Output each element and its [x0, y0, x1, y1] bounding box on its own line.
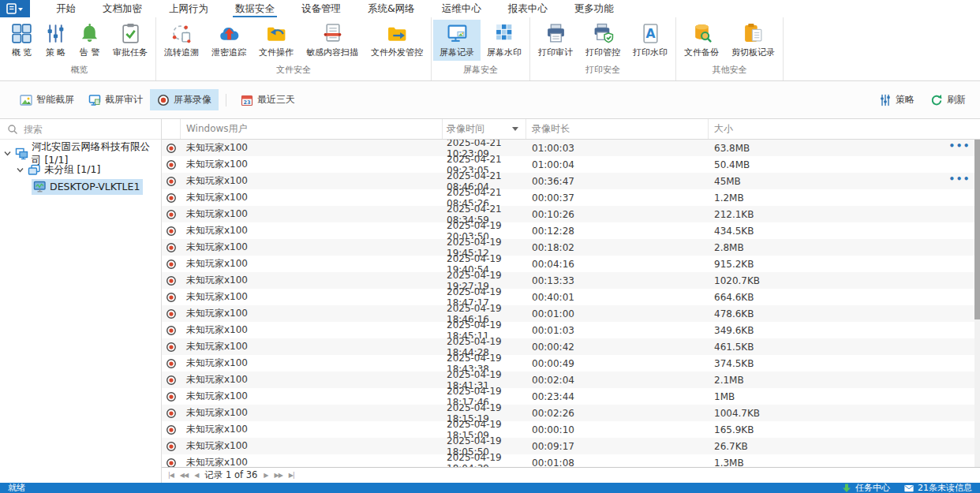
- table-row[interactable]: 未知玩家x100 2025-04-19 20:03:50 00:12:28 43…: [162, 222, 980, 239]
- menu-tab-doc-encrypt[interactable]: 文档加密: [89, 0, 155, 17]
- flow-trace-button[interactable]: 流转追溯: [158, 20, 205, 61]
- fast-next-page-button[interactable]: ▶▶: [275, 472, 282, 479]
- last-three-days-button[interactable]: 23 最近三天: [234, 89, 302, 110]
- table-row[interactable]: 未知玩家x100 2025-04-19 18:15:19 00:02:26 10…: [162, 405, 980, 421]
- cell-windows-user: 未知玩家x100: [181, 191, 443, 204]
- row-actions-menu-icon[interactable]: •••: [948, 174, 971, 185]
- print-audit-label: 打印审计: [538, 47, 573, 58]
- table-row[interactable]: 未知玩家x100 2025-04-19 18:17:46 00:23:44 1M…: [162, 388, 980, 405]
- search-input[interactable]: [24, 124, 154, 135]
- table-row[interactable]: 未知玩家x100 2025-04-19 18:15:09 00:00:10 16…: [162, 421, 980, 438]
- table-row[interactable]: 未知玩家x100 2025-04-19 18:44:28 00:00:42 46…: [162, 338, 980, 355]
- file-backup-button[interactable]: 文件备份: [678, 20, 725, 61]
- search-box[interactable]: [0, 119, 161, 140]
- capture-audit-button[interactable]: 截屏审计: [81, 89, 150, 110]
- record-dot-icon: [166, 391, 177, 402]
- sensitive-scan-button[interactable]: 敏感内容扫描: [300, 20, 365, 61]
- screen-video-label: 屏幕录像: [174, 93, 211, 106]
- print-watermark-button[interactable]: A 打印水印: [627, 20, 674, 61]
- tree-node-desktop[interactable]: DESKTOP-VLKTLE1: [0, 178, 161, 195]
- unread-messages-button[interactable]: 21条未读信息: [904, 483, 972, 493]
- fast-prev-page-button[interactable]: ◀◀: [180, 472, 188, 479]
- menu-tab-system-network[interactable]: 系统&网络: [354, 0, 428, 17]
- cell-record-duration: 00:23:44: [526, 391, 709, 402]
- menu-tab-data-security[interactable]: 数据安全: [222, 0, 288, 17]
- table-row[interactable]: 未知玩家x100 2025-04-19 18:47:17 00:40:01 66…: [162, 289, 980, 305]
- next-page-button[interactable]: ▶: [264, 472, 267, 479]
- ribbon-group-file-security: 流转追溯 泄密追踪 文件操作: [156, 17, 432, 80]
- record-count-text: 记录 1 of 36: [204, 469, 257, 481]
- first-page-button[interactable]: |◀: [168, 472, 174, 479]
- tree-node-company[interactable]: 河北安固云网络科技有限公司 [1/1]: [0, 145, 161, 162]
- policy-toolbar-button[interactable]: 策略: [877, 90, 916, 110]
- smart-capture-button[interactable]: 智能截屏: [13, 89, 81, 110]
- menu-tab-more[interactable]: 更多功能: [561, 0, 627, 17]
- table-row[interactable]: 未知玩家x100 2025-04-19 18:46:16 00:01:00 47…: [162, 305, 980, 322]
- leak-trace-button[interactable]: 泄密追踪: [205, 20, 252, 61]
- record-dot-icon: [166, 424, 177, 435]
- ribbon-group-label-print-security: 打印安全: [532, 62, 674, 80]
- ribbon-group-other-security: 文件备份 剪切板记录 其他安全: [676, 17, 784, 80]
- refresh-button[interactable]: 刷新: [929, 90, 967, 110]
- vertical-scrollbar[interactable]: [974, 140, 980, 467]
- clipboard-record-button[interactable]: 剪切板记录: [725, 20, 781, 61]
- table-row[interactable]: 未知玩家x100 2025-04-19 18:04:39 00:01:08 1.…: [162, 454, 980, 467]
- table-row[interactable]: 未知玩家x100 2025-04-19 19:27:19 00:13:33 10…: [162, 272, 980, 289]
- print-audit-icon: [545, 23, 567, 44]
- screen-watermark-button[interactable]: 屏幕水印: [481, 20, 528, 61]
- approval-tasks-button[interactable]: 审批任务: [107, 20, 154, 61]
- alarm-button[interactable]: 告 警: [73, 20, 107, 61]
- ribbon-group-print-security: 打印审计 打印管控 A 打印水印 打印安全: [530, 17, 676, 80]
- cell-size: 915.2KB: [709, 259, 980, 270]
- screen-record-icon: [447, 23, 468, 44]
- header-icon-column: [162, 119, 181, 139]
- cell-size: 26.7KB: [709, 441, 980, 452]
- file-ops-button[interactable]: 文件操作: [252, 20, 300, 61]
- table-row[interactable]: 未知玩家x100 2025-04-21 08:34:59 00:10:26 21…: [162, 206, 980, 222]
- table-row[interactable]: 未知玩家x100 2025-04-19 18:05:50 00:09:17 26…: [162, 438, 980, 454]
- table-row[interactable]: 未知玩家x100 2025-04-21 10:23:09 01:00:03 63…: [162, 140, 980, 156]
- print-watermark-icon: A: [640, 23, 661, 44]
- menu-tab-report-center[interactable]: 报表中心: [495, 0, 561, 17]
- overview-button[interactable]: 概 览: [5, 20, 39, 61]
- file-outgoing-button[interactable]: 文件外发管控: [365, 20, 429, 61]
- policy-button[interactable]: 策 略: [39, 20, 73, 61]
- table-row[interactable]: 未知玩家x100 2025-04-21 08:45:26 00:00:37 1.…: [162, 189, 980, 206]
- app-menu-button[interactable]: [0, 0, 30, 17]
- menu-tab-device-mgmt[interactable]: 设备管理: [288, 0, 354, 17]
- menu-tab-start[interactable]: 开始: [43, 0, 89, 17]
- task-center-button[interactable]: 任务中心: [842, 483, 890, 493]
- header-size[interactable]: 大小: [709, 119, 980, 139]
- scrollbar-thumb[interactable]: [974, 140, 980, 319]
- header-record-duration[interactable]: 录像时长: [526, 119, 709, 139]
- row-actions-menu-icon[interactable]: •••: [948, 140, 971, 151]
- cell-size: 374.5KB: [709, 358, 980, 369]
- table-row[interactable]: 未知玩家x100 2025-04-19 19:45:12 00:18:02 2.…: [162, 239, 980, 256]
- print-control-button[interactable]: 打印管控: [579, 20, 627, 61]
- screen-video-button[interactable]: 屏幕录像: [150, 89, 219, 110]
- table-row[interactable]: 未知玩家x100 2025-04-19 19:40:54 00:04:16 91…: [162, 256, 980, 272]
- record-dot-icon: [166, 176, 177, 187]
- cell-size: 434.5KB: [709, 226, 980, 237]
- unread-messages-label: 21条未读信息: [918, 483, 972, 493]
- table-row[interactable]: 未知玩家x100 2025-04-21 08:46:04 00:36:47 45…: [162, 173, 980, 189]
- chevron-down-icon[interactable]: [3, 149, 12, 158]
- table-row[interactable]: 未知玩家x100 2025-04-19 18:41:31 00:02:04 2.…: [162, 372, 980, 388]
- table-row[interactable]: 未知玩家x100 2025-04-19 18:45:11 00:01:03 34…: [162, 322, 980, 338]
- sort-filter-arrow-icon[interactable]: [512, 127, 518, 131]
- header-windows-user[interactable]: Windows用户: [181, 119, 443, 139]
- print-audit-button[interactable]: 打印审计: [532, 20, 579, 61]
- table-row[interactable]: 未知玩家x100 2025-04-19 18:43:38 00:00:49 37…: [162, 355, 980, 372]
- menu-tab-web-behavior[interactable]: 上网行为: [155, 0, 222, 17]
- table-row[interactable]: 未知玩家x100 2025-04-21 09:23:05 01:00:04 50…: [162, 156, 980, 173]
- cell-size: 165.9KB: [709, 424, 980, 435]
- chevron-down-icon[interactable]: [16, 166, 24, 174]
- last-page-button[interactable]: ▶|: [289, 472, 294, 479]
- header-record-time[interactable]: 录像时间: [443, 119, 526, 139]
- cell-size: 50.4MB: [709, 159, 980, 170]
- cell-record-time: 2025-04-19 18:04:39: [443, 452, 526, 468]
- menu-tab-ops-center[interactable]: 运维中心: [428, 0, 495, 17]
- svg-text:23: 23: [243, 99, 250, 106]
- screen-record-button[interactable]: 屏幕记录: [433, 20, 481, 61]
- prev-page-button[interactable]: ◀: [194, 472, 198, 479]
